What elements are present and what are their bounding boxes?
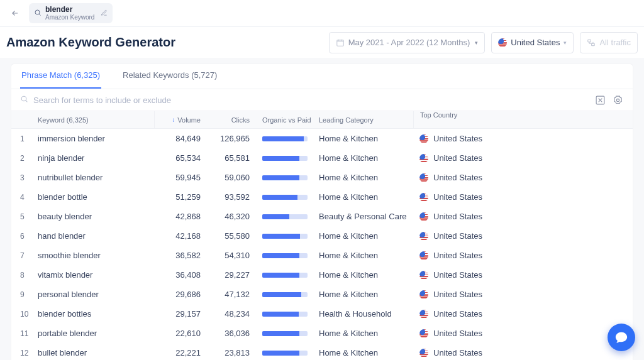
col-keyword[interactable]: Keyword (6,325) (38, 116, 154, 124)
cell-volume: 42,868 (154, 212, 209, 221)
cell-organic-paid (256, 253, 319, 258)
us-flag-icon (419, 173, 428, 182)
col-clicks[interactable]: Clicks (209, 116, 256, 124)
svg-point-6 (616, 99, 619, 101)
row-index: 9 (11, 290, 38, 299)
svg-rect-2 (588, 40, 591, 42)
chat-button[interactable] (608, 324, 635, 351)
search-keyword-pill[interactable]: blender Amazon Keyword (29, 3, 113, 23)
settings-button[interactable] (611, 94, 624, 106)
row-index: 5 (11, 212, 38, 221)
us-flag-icon (419, 134, 428, 143)
calendar-icon (336, 38, 345, 47)
svg-rect-1 (336, 40, 343, 45)
traffic-select[interactable]: All traffic (580, 32, 638, 53)
col-organic-paid[interactable]: Organic vs Paid (256, 116, 319, 124)
tab-related-keywords[interactable]: Related Keywords (5,727) (121, 64, 218, 89)
cell-clicks: 36,036 (209, 329, 256, 338)
date-range-select[interactable]: May 2021 - Apr 2022 (12 Months) ▾ (329, 32, 486, 53)
cell-clicks: 59,060 (209, 173, 256, 182)
cell-volume: 51,259 (154, 192, 209, 202)
date-range-label: May 2021 - Apr 2022 (12 Months) (348, 38, 470, 47)
svg-point-0 (35, 10, 40, 14)
cell-keyword: vitamix blender (38, 270, 154, 280)
top-bar: blender Amazon Keyword (0, 0, 644, 26)
table-row[interactable]: 8vitamix blender36,40829,227Home & Kitch… (11, 265, 633, 285)
cell-category: Home & Kitchen (319, 173, 413, 182)
traffic-icon (587, 38, 596, 47)
cell-category: Health & Household (319, 309, 413, 319)
traffic-label: All traffic (599, 38, 631, 47)
cell-top-country: United States (413, 290, 501, 299)
cell-keyword: smoothie blender (38, 251, 154, 260)
cell-keyword: immersion blender (38, 134, 154, 143)
table-row[interactable]: 3nutribullet blender59,94559,060Home & K… (11, 168, 633, 187)
us-flag-icon (419, 310, 428, 319)
table-row[interactable]: 11portable blender22,61036,036Home & Kit… (11, 324, 633, 343)
us-flag-icon (419, 251, 428, 260)
cell-keyword: personal blender (38, 290, 154, 299)
arrow-left-icon (11, 9, 19, 18)
col-top-country[interactable]: Top Country (413, 111, 501, 128)
filter-row (11, 89, 633, 111)
col-leading-cat[interactable]: Leading Category (319, 116, 413, 124)
cell-top-country: United States (413, 329, 501, 338)
search-term: blender (45, 6, 94, 14)
page-header: Amazon Keyword Generator May 2021 - Apr … (0, 26, 644, 58)
cell-top-country: United States (413, 212, 501, 221)
chevron-down-icon: ▾ (564, 40, 567, 46)
svg-point-4 (21, 96, 26, 101)
table-row[interactable]: 6hand blender42,16855,580Home & KitchenU… (11, 226, 633, 246)
cell-keyword: hand blender (38, 231, 154, 241)
row-index: 7 (11, 251, 38, 260)
cell-volume: 42,168 (154, 231, 209, 241)
cell-top-country: United States (413, 348, 501, 357)
row-index: 8 (11, 271, 38, 280)
cell-volume: 65,534 (154, 153, 209, 163)
content-area: Phrase Match (6,325) Related Keywords (5… (0, 58, 644, 360)
cell-clicks: 93,592 (209, 192, 256, 202)
cell-category: Home & Kitchen (319, 348, 413, 357)
row-index: 6 (11, 232, 38, 241)
cell-clicks: 29,227 (209, 270, 256, 280)
row-index: 12 (11, 349, 38, 357)
cell-top-country: United States (413, 153, 501, 163)
table-row[interactable]: 7smoothie blender36,58254,310Home & Kitc… (11, 246, 633, 265)
cell-top-country: United States (413, 309, 501, 319)
table-row[interactable]: 9personal blender29,68647,132Home & Kitc… (11, 285, 633, 304)
cell-volume: 36,582 (154, 251, 209, 260)
cell-organic-paid (256, 292, 319, 297)
col-volume[interactable]: ↓ Volume (154, 111, 209, 128)
search-icon (20, 95, 28, 105)
country-select[interactable]: United States ▾ (491, 32, 574, 53)
edit-icon[interactable] (101, 9, 108, 18)
tab-phrase-match[interactable]: Phrase Match (6,325) (20, 64, 101, 89)
us-flag-icon (419, 193, 428, 202)
row-index: 3 (11, 173, 38, 182)
cell-top-country: United States (413, 231, 501, 241)
cell-category: Home & Kitchen (319, 290, 413, 299)
table-row[interactable]: 4blender bottle51,25993,592Home & Kitche… (11, 187, 633, 207)
cell-category: Home & Kitchen (319, 134, 413, 143)
table-row[interactable]: 1immersion blender84,649126,965Home & Ki… (11, 129, 633, 148)
cell-category: Beauty & Personal Care (319, 212, 413, 221)
cell-top-country: United States (413, 134, 501, 143)
table-row[interactable]: 2ninja blender65,53465,581Home & Kitchen… (11, 148, 633, 168)
cell-organic-paid (256, 234, 319, 239)
us-flag-icon (498, 38, 507, 47)
row-index: 4 (11, 193, 38, 202)
table-body: 1immersion blender84,649126,965Home & Ki… (11, 129, 633, 360)
row-index: 2 (11, 154, 38, 163)
table-header: Keyword (6,325) ↓ Volume Clicks Organic … (11, 111, 633, 129)
back-button[interactable] (6, 4, 24, 22)
export-excel-button[interactable] (594, 94, 606, 106)
filter-input[interactable] (33, 95, 589, 105)
table-row[interactable]: 12bullet blender22,22123,813Home & Kitch… (11, 343, 633, 360)
table-row[interactable]: 10blender bottles29,15748,234Health & Ho… (11, 304, 633, 324)
cell-category: Home & Kitchen (319, 153, 413, 163)
cell-clicks: 48,234 (209, 309, 256, 319)
keyword-card: Phrase Match (6,325) Related Keywords (5… (11, 64, 633, 360)
table-row[interactable]: 5beauty blender42,86846,320Beauty & Pers… (11, 207, 633, 226)
row-index: 10 (11, 310, 38, 319)
country-label: United States (511, 38, 560, 47)
